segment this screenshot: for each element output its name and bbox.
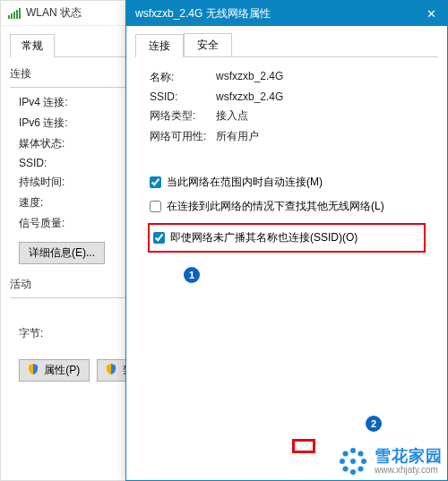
- watermark: 雪花家园 www.xhjaty.com: [337, 445, 443, 477]
- svg-point-8: [340, 459, 345, 464]
- wireless-properties-titlebar[interactable]: wsfxzxb_2.4G 无线网络属性 ✕: [126, 1, 447, 26]
- properties-button-label: 属性(P): [44, 364, 80, 376]
- annotation-badge-1: 1: [184, 267, 200, 283]
- ipv4-label: IPv4 连接:: [10, 95, 82, 110]
- nettype-value: 接入点: [216, 108, 438, 124]
- svg-rect-4: [19, 8, 21, 19]
- wireless-properties-title: wsfxzxb_2.4G 无线网络属性: [135, 6, 420, 21]
- ssid-label: SSID:: [10, 157, 82, 169]
- avail-value: 所有用户: [216, 129, 438, 144]
- row-fssid: SSID:wsfxzxb_2.4G: [135, 90, 438, 103]
- check-lookup-others-label: 在连接到此网络的情况下查找其他无线网络(L): [167, 199, 384, 214]
- svg-point-12: [343, 467, 349, 472]
- close-icon[interactable]: ✕: [420, 7, 442, 21]
- annotation-red-box: [292, 439, 315, 453]
- nettype-label: 网络类型:: [135, 108, 216, 124]
- bytes-label: 字节:: [10, 326, 82, 341]
- check-lookup-others-input[interactable]: [150, 201, 161, 212]
- wlan-status-title: WLAN 状态: [26, 5, 82, 21]
- shield-icon: [29, 364, 38, 377]
- svg-point-6: [350, 448, 356, 453]
- svg-point-7: [350, 469, 356, 475]
- svg-rect-1: [11, 13, 13, 19]
- speed-label: 速度:: [10, 195, 82, 210]
- wireless-properties-window: wsfxzxb_2.4G 无线网络属性 ✕ 连接 安全 名称:wsfxzxb_2…: [125, 0, 448, 481]
- avail-label: 网络可用性:: [135, 129, 216, 144]
- watermark-url: www.xhjaty.com: [375, 465, 443, 475]
- name-label: 名称:: [135, 70, 216, 85]
- fssid-value: wsfxzxb_2.4G: [216, 90, 438, 103]
- tab-security[interactable]: 安全: [184, 33, 232, 56]
- check-auto-connect-input[interactable]: [150, 176, 161, 188]
- annotation-badge-2: 2: [366, 416, 382, 432]
- svg-rect-0: [8, 15, 10, 19]
- check-auto-connect[interactable]: 当此网络在范围内时自动连接(M): [150, 175, 438, 190]
- wireless-properties-body: 连接 安全 名称:wsfxzxb_2.4G SSID:wsfxzxb_2.4G …: [126, 26, 447, 263]
- check-lookup-others[interactable]: 在连接到此网络的情况下查找其他无线网络(L): [150, 199, 438, 214]
- properties-tab-row: 连接 安全: [135, 33, 438, 57]
- media-label: 媒体状态:: [10, 136, 82, 151]
- name-value: wsfxzxb_2.4G: [216, 70, 438, 85]
- svg-rect-2: [13, 12, 15, 19]
- shield-icon: [107, 364, 116, 377]
- watermark-name: 雪花家园: [375, 448, 443, 466]
- fssid-label: SSID:: [135, 90, 216, 103]
- check-hidden-ssid[interactable]: 即使网络未广播其名称也连接(SSID)(O): [153, 230, 422, 245]
- wifi-signal-icon: [8, 8, 21, 19]
- check-hidden-ssid-label: 即使网络未广播其名称也连接(SSID)(O): [170, 230, 358, 245]
- snowflake-icon: [337, 445, 369, 477]
- tab-general[interactable]: 常规: [10, 34, 55, 57]
- svg-point-5: [350, 459, 356, 464]
- row-nettype: 网络类型:接入点: [135, 108, 438, 124]
- check-auto-connect-label: 当此网络在范围内时自动连接(M): [167, 175, 323, 190]
- ipv6-label: IPv6 连接:: [10, 116, 82, 131]
- properties-button[interactable]: 属性(P): [19, 359, 90, 382]
- svg-point-13: [358, 467, 364, 472]
- details-button[interactable]: 详细信息(E)...: [19, 242, 105, 264]
- svg-rect-3: [16, 10, 18, 19]
- svg-point-11: [358, 451, 364, 457]
- row-name: 名称:wsfxzxb_2.4G: [135, 70, 438, 85]
- check-hidden-ssid-input[interactable]: [153, 232, 165, 244]
- row-avail: 网络可用性:所有用户: [135, 129, 438, 144]
- duration-label: 持续时间:: [10, 175, 82, 190]
- signal-label: 信号质量:: [10, 216, 82, 231]
- svg-point-9: [361, 459, 366, 464]
- highlight-hidden-ssid: 即使网络未广播其名称也连接(SSID)(O): [148, 223, 426, 253]
- svg-point-10: [343, 451, 349, 457]
- tab-connection[interactable]: 连接: [135, 34, 184, 57]
